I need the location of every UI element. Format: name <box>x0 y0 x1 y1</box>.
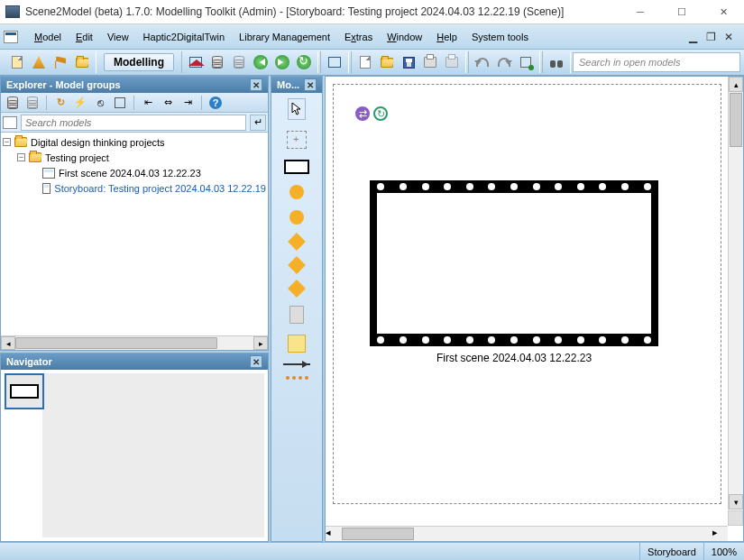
nav-icon[interactable] <box>516 52 536 72</box>
new-icon[interactable] <box>7 52 27 72</box>
scroll-left-icon[interactable]: ◂ <box>326 527 341 541</box>
save-icon[interactable] <box>399 52 418 72</box>
scroll-left-icon[interactable]: ◂ <box>1 336 15 350</box>
etb-left-icon[interactable]: ⇤ <box>140 95 156 111</box>
tree-toggle[interactable]: − <box>3 138 11 146</box>
canvas-sync-icon[interactable]: ↻ <box>373 106 388 121</box>
tool-diamond-3[interactable] <box>288 280 306 298</box>
etb-bolt-icon[interactable]: ⚡ <box>72 95 88 111</box>
find-icon[interactable] <box>547 52 566 72</box>
folder-icon[interactable] <box>72 52 92 72</box>
minimize-button[interactable]: ─ <box>620 0 661 23</box>
canvas-hscroll[interactable]: ◂ ▸ <box>326 526 728 541</box>
mdi-close-button[interactable]: ✕ <box>722 31 735 43</box>
canvas-link-icon[interactable]: ⇄ <box>355 106 370 121</box>
search-input[interactable]: Search in open models <box>573 52 740 72</box>
stack-icon[interactable] <box>229 52 249 72</box>
forward-icon[interactable] <box>272 52 292 72</box>
wizard-icon[interactable] <box>29 52 49 72</box>
tool-note-yellow[interactable] <box>288 335 306 353</box>
tool-diamond-2[interactable] <box>288 256 306 274</box>
back-icon[interactable] <box>251 52 271 72</box>
status-zoom[interactable]: 100% <box>703 543 744 560</box>
browser-icon[interactable] <box>325 52 344 72</box>
navigator-viewport[interactable] <box>5 373 44 409</box>
navigator-canvas <box>42 373 264 537</box>
scroll-thumb[interactable] <box>342 528 414 540</box>
explorer-search-input[interactable] <box>21 115 246 131</box>
menu-model[interactable]: Model <box>27 24 69 49</box>
etb-help-icon[interactable]: ? <box>207 95 224 111</box>
tool-frame[interactable] <box>287 131 307 149</box>
toolbox-title-bar[interactable]: Mo... ✕ <box>271 77 322 93</box>
book-icon[interactable] <box>3 116 17 129</box>
navigator-title-bar[interactable]: Navigator ✕ <box>1 353 268 370</box>
tool-more[interactable] <box>286 376 308 380</box>
window-title: Scene2Model (beta) 1.7.0: Modelling Tool… <box>25 5 620 18</box>
navigator-close-icon[interactable]: ✕ <box>250 355 262 368</box>
undo-icon[interactable] <box>473 52 492 72</box>
explorer-toolbar: ↻ ⚡ ⎋ ⇤ ⇔ ⇥ ? <box>1 93 268 113</box>
menu-library[interactable]: Library Management <box>232 24 337 49</box>
explorer-hscroll[interactable]: ◂ ▸ <box>1 335 268 350</box>
etb-models-icon[interactable] <box>24 95 41 111</box>
etb-center-icon[interactable]: ⇔ <box>160 95 176 111</box>
print-icon[interactable] <box>420 52 440 72</box>
scroll-right-icon[interactable]: ▸ <box>712 527 728 541</box>
menu-haptic[interactable]: Haptic2DigitalTwin <box>136 24 232 49</box>
print-preview-icon[interactable] <box>442 52 462 72</box>
scene-element[interactable]: First scene 2024.04.03 12.22.23 <box>370 180 658 364</box>
tool-circle-2[interactable] <box>289 210 304 225</box>
scroll-thumb[interactable] <box>15 337 217 349</box>
open-file-icon[interactable] <box>377 52 397 72</box>
tree-root[interactable]: − Digital design thinking projects <box>3 134 266 150</box>
flag-icon[interactable] <box>51 52 70 72</box>
mdi-minimize-button[interactable]: ▁ <box>686 31 699 43</box>
explorer-close-icon[interactable]: ✕ <box>250 78 262 91</box>
etb-connect-icon[interactable]: ⎋ <box>92 95 108 111</box>
mdi-restore-button[interactable]: ❐ <box>704 31 717 43</box>
canvas-vscroll[interactable]: ▴ ▾ <box>728 77 743 510</box>
close-button[interactable]: ✕ <box>703 0 744 23</box>
toolbox-close-icon[interactable]: ✕ <box>304 78 317 91</box>
menu-extras[interactable]: Extras <box>337 24 380 49</box>
navigator-body[interactable] <box>1 370 268 541</box>
tool-circle-1[interactable] <box>289 185 304 199</box>
tree-item-storyboard[interactable]: Storyboard: Testing project 2024.04.03 1… <box>3 180 266 196</box>
canvas[interactable]: ⇄ ↻ First scene 2024.04.03 12.22.23 ▴ ▾ <box>326 77 743 526</box>
mdi-app-icon[interactable] <box>4 31 18 43</box>
main-toolbar: Modelling Search in open models <box>0 49 744 76</box>
scroll-right-icon[interactable]: ▸ <box>253 336 268 350</box>
tool-scene[interactable] <box>284 160 309 174</box>
maximize-button[interactable]: ☐ <box>661 0 703 23</box>
etb-db-icon[interactable] <box>5 95 21 111</box>
etb-settings-icon[interactable] <box>112 95 128 111</box>
home-icon[interactable] <box>186 52 206 72</box>
new-file-icon[interactable] <box>355 52 375 72</box>
explorer-title-bar[interactable]: Explorer - Model groups ✕ <box>1 77 268 93</box>
redo-icon[interactable] <box>494 52 514 72</box>
etb-right-icon[interactable]: ⇥ <box>179 95 196 111</box>
refresh-icon[interactable] <box>294 52 314 72</box>
explorer-tree[interactable]: − Digital design thinking projects − Tes… <box>1 133 268 335</box>
menu-view[interactable]: View <box>100 24 136 49</box>
mode-label[interactable]: Modelling <box>104 53 174 71</box>
tool-diamond-1[interactable] <box>288 233 306 251</box>
tree-item-scene[interactable]: First scene 2024.04.03 12.22.23 <box>3 165 266 180</box>
explorer-search-go-icon[interactable]: ↵ <box>250 115 266 131</box>
menu-edit[interactable]: Edit <box>69 24 100 49</box>
scroll-thumb[interactable] <box>730 93 742 147</box>
tree-folder[interactable]: − Testing project <box>3 150 266 165</box>
scroll-down-icon[interactable]: ▾ <box>729 494 743 510</box>
tool-connector[interactable] <box>283 363 310 365</box>
etb-refresh-icon[interactable]: ↻ <box>52 95 69 111</box>
scroll-up-icon[interactable]: ▴ <box>729 77 743 92</box>
tool-pointer[interactable] <box>288 98 306 120</box>
menu-help[interactable]: Help <box>429 24 464 49</box>
status-mode[interactable]: Storyboard <box>639 543 703 560</box>
tool-note-grey[interactable] <box>289 306 304 324</box>
menu-system[interactable]: System tools <box>464 24 536 49</box>
tree-toggle[interactable]: − <box>17 153 25 161</box>
menu-window[interactable]: Window <box>380 24 429 49</box>
database-icon[interactable] <box>207 52 227 72</box>
